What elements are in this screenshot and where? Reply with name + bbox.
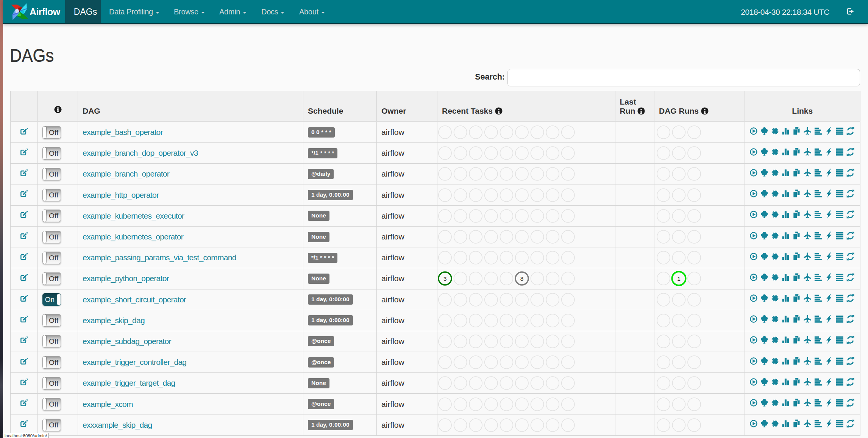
svg-text:3: 3 bbox=[443, 275, 447, 282]
svg-text:1: 1 bbox=[677, 275, 681, 282]
svg-text:8: 8 bbox=[520, 275, 524, 282]
